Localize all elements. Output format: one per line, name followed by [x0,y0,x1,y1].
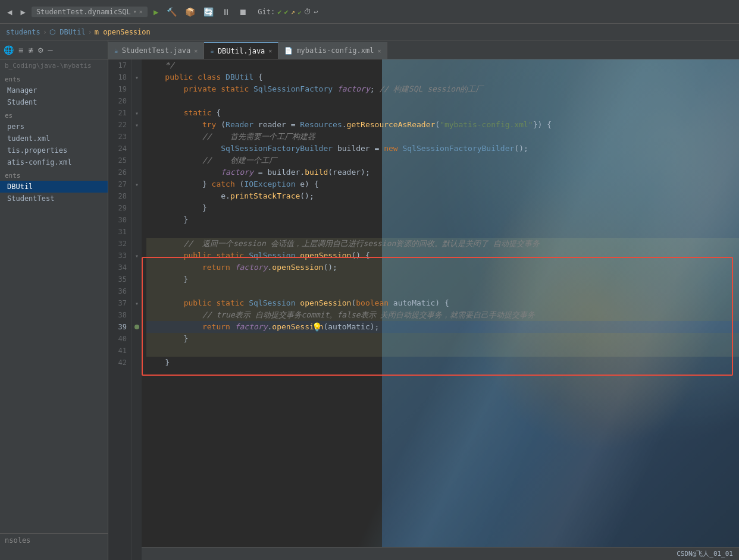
line-number-42: 42 [108,357,131,369]
toolbar: ◀ ▶ StudentTest.dynamicSQL ▾ ✕ ▶ 🔨 📦 🔄 ⏸… [0,0,739,24]
sidebar-section-ents: ents [0,72,108,84]
tab-close-mybatis-config[interactable]: ✕ [377,48,381,54]
sidebar-minus-icon[interactable]: — [48,45,52,55]
git-pull-icon[interactable]: ↙ [298,8,302,16]
gutter-item-27 [132,178,142,190]
breadcrumb-dbutil[interactable]: ⬡ DBUtil [49,28,86,36]
git-push-icon[interactable]: ↗ [291,8,295,16]
tab-studenttest[interactable]: ☕ StudentTest.java ✕ [108,42,204,59]
gutter-item-24 [132,143,142,155]
back-button[interactable]: ◀ [5,6,14,18]
code-line-37: public static SqlSession openSession(boo… [146,297,739,309]
git-label: Git: [258,8,275,16]
line-number-23: 23 [108,131,131,143]
sidebar-list-icon[interactable]: ≡ [18,45,23,55]
run-button[interactable]: ▶ [151,6,161,18]
code-lines[interactable]: */ public class DBUtil { private static … [142,59,739,560]
line-numbers: 1718192021222324252627282930313233343536… [108,59,132,560]
sidebar-item-student-xml[interactable]: tudent.xml [0,133,108,144]
line-number-20: 20 [108,95,131,107]
code-line-29: } [146,202,739,214]
sidebar-list2-icon[interactable]: ≢ [28,45,33,55]
tab-icon-java2: ☕ [210,47,214,55]
gutter-item-37 [132,297,142,309]
code-line-22: try (Reader reader = Resources.getResour… [146,119,739,131]
code-line-31 [146,226,739,238]
git-undo-icon[interactable]: ↩ [314,8,318,16]
tab-dbutil[interactable]: ☕ DBUtil.java ✕ [204,42,278,59]
gutter-item-28 [132,190,142,202]
tab-close-studenttest[interactable]: ✕ [194,48,198,54]
gutter-item-18 [132,71,142,83]
gutter-item-34 [132,262,142,273]
toolbar-pause[interactable]: ⏸ [220,6,233,18]
gutter-item-21 [132,107,142,119]
line-number-34: 34 [108,262,131,273]
line-number-39: 39 [108,321,131,333]
sidebar-item-studenttest[interactable]: StudentTest [0,193,108,205]
gutter-item-22 [132,119,142,131]
code-line-27: } catch (IOException e) { [146,178,739,190]
sidebar-item-atis-config[interactable]: atis-config.xml [0,156,108,168]
breadcrumb-opensession[interactable]: m openSession [95,28,151,36]
code-line-20 [146,95,739,107]
forward-button[interactable]: ▶ [18,6,27,18]
dropdown-arrow-icon: ▾ [133,8,137,15]
gutter-item-25 [132,155,142,166]
breadcrumb-students[interactable]: students [6,28,40,36]
sidebar-content: b_Coding\java-\mybatis ents Manager Stud… [0,59,108,560]
tab-icon-java1: ☕ [114,47,118,55]
tabs-bar: ☕ StudentTest.java ✕ ☕ DBUtil.java ✕ 📄 m… [108,40,739,59]
line-number-28: 28 [108,190,131,202]
sidebar-item-dbutil[interactable]: DBUtil [0,181,108,193]
sidebar-settings-icon[interactable]: ⚙ [38,45,43,55]
lightbulb-icon-39[interactable]: 💡 [307,321,322,333]
code-line-18: public class DBUtil { [146,71,739,83]
gutter-item-31 [132,226,142,238]
git-check1-icon[interactable]: ✔ [277,8,281,16]
git-check2-icon[interactable]: ✔ [284,8,288,16]
sidebar: 🌐 ≡ ≢ ⚙ — b_Coding\java-\mybatis ents Ma… [0,40,108,560]
tab-close-dbutil[interactable]: ✕ [268,48,272,54]
fold-arrow-33[interactable] [135,253,139,259]
fold-arrow-18[interactable] [135,74,139,81]
line-number-18: 18 [108,71,131,83]
sidebar-item-manager[interactable]: Manager [0,84,108,96]
code-line-32: // 返回一个session 会话值，上层调用自己进行session资源的回收。… [146,238,739,250]
git-history-icon[interactable]: ⏱ [304,8,311,16]
tab-label-dbutil: DBUtil.java [218,47,265,55]
toolbar-stop[interactable]: ⏹ [236,6,249,18]
toolbar-extra2[interactable]: 🔄 [201,6,216,18]
gutter-item-40 [132,333,142,345]
sidebar-section-ents2: ents [0,168,108,181]
gutter-item-20 [132,95,142,107]
sidebar-item-pers[interactable]: pers [0,121,108,133]
line-number-24: 24 [108,143,131,155]
sidebar-globe-icon[interactable]: 🌐 [4,45,14,55]
project-title-dropdown[interactable]: StudentTest.dynamicSQL ▾ ✕ [32,7,148,17]
sidebar-item-student[interactable]: Student [0,96,108,108]
fold-arrow-27[interactable] [135,181,139,188]
gutter-item-17 [132,59,142,71]
code-line-30: } [146,214,739,226]
code-line-21: static { [146,107,739,119]
code-line-24: SqlSessionFactoryBuilder builder = new S… [146,143,739,155]
code-line-19: private static SqlSessionFactory factory… [146,83,739,95]
tab-icon-xml: 📄 [284,47,293,55]
gutter-item-42 [132,357,142,369]
line-number-37: 37 [108,297,131,309]
tab-mybatis-config[interactable]: 📄 mybatis-config.xml ✕ [278,42,387,59]
fold-arrow-37[interactable] [135,300,139,307]
fold-arrow-21[interactable] [135,110,139,117]
build-button[interactable]: 🔨 [164,6,179,18]
code-line-33: public static SqlSession openSession() { [146,250,739,262]
sidebar-item-tis-properties[interactable]: tis.properties [0,144,108,156]
gutter-item-32 [132,238,142,250]
fold-arrow-22[interactable] [135,122,139,128]
code-line-26: factory = builder.build(reader); [146,166,739,178]
toolbar-extra1[interactable]: 📦 [183,6,198,18]
line-number-17: 17 [108,59,131,71]
code-editor[interactable]: 1718192021222324252627282930313233343536… [108,59,739,560]
line-number-41: 41 [108,345,131,357]
gutter-item-23 [132,131,142,143]
